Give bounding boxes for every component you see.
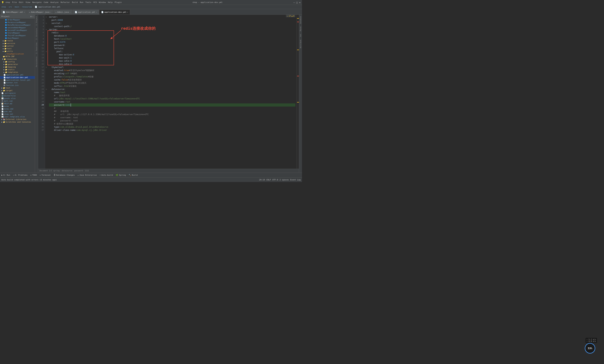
code-editor[interactable]: 1 2 3 4 5 6 7 8 9 10 11 12 13 14 15 16 1…: [38, 15, 299, 169]
close-tab-adminmapper-java[interactable]: ✕: [50, 11, 51, 13]
menu-vcs[interactable]: VCS: [93, 1, 97, 3]
menu-help[interactable]: Help: [108, 1, 113, 3]
tree-item-favicon-ico[interactable]: 🖼 favicon.ico: [0, 84, 35, 87]
tree-item-application-yml[interactable]: 📄 application.yml: [0, 73, 35, 76]
tree-item-goods-xlsx[interactable]: 📊 goods.xlsx: [0, 97, 35, 100]
scroll-down-icon[interactable]: ▼: [293, 15, 294, 17]
tab-application-yml[interactable]: 📄 application.yml ✕: [73, 10, 99, 14]
toolbar-java-enterprise[interactable]: ☕ Java Enterprise: [78, 174, 97, 176]
menu-file[interactable]: File: [12, 1, 17, 3]
breadcrumb-main[interactable]: main: [15, 6, 19, 8]
toolbar-spring[interactable]: 🌿 Spring: [116, 174, 126, 176]
tree-item-permissionmapper[interactable]: 🔷 PermissionMapper: [0, 21, 35, 24]
tree-item-shop-iml[interactable]: 📄 shop.iml: [0, 113, 35, 115]
tree-item-secondaddrmapper[interactable]: 🔷 secondAddrMapper: [0, 26, 35, 29]
menu-window[interactable]: Window: [99, 1, 106, 3]
toolbar-todo[interactable]: ☑ TODO: [30, 174, 37, 176]
maximize-button[interactable]: □: [296, 1, 298, 4]
toolbar-problems[interactable]: ⚠ 6: Problems: [13, 174, 27, 176]
toolbar-terminal[interactable]: ▭ Terminal: [40, 174, 51, 176]
close-tab-application-dev-yml[interactable]: ✕: [127, 11, 128, 13]
tree-item-shopapplication[interactable]: ☕ ShopApplication: [0, 53, 35, 55]
menu-analyze[interactable]: Analyze: [50, 1, 58, 3]
toolbar-build[interactable]: 🔨 Build: [129, 174, 138, 176]
menu-navigate[interactable]: Navigate: [32, 1, 42, 3]
menu-tools[interactable]: Tools: [86, 1, 91, 3]
tree-item-pom-xml[interactable]: 📄 pom.xml: [0, 110, 35, 113]
collapse-icon[interactable]: —: [32, 15, 33, 18]
project-tab[interactable]: 1: Project: [35, 15, 38, 27]
indent[interactable]: 2 spaces: [279, 179, 289, 181]
tree-item-secondclassmapper[interactable]: 🔷 SecondClassMapper: [0, 29, 35, 32]
tree-item-gitignore[interactable]: 📄 .gitignore: [0, 92, 35, 95]
tree-item-usermapper[interactable]: 🔷 UserMapper: [0, 37, 35, 39]
tree-item-mvnw[interactable]: 📄 mvnw: [0, 105, 35, 108]
favorites-tab[interactable]: 2: Favorites: [35, 41, 38, 55]
scroll-up-icon[interactable]: ▲: [291, 15, 293, 17]
menu-run[interactable]: Run: [80, 1, 83, 3]
menu-plugin[interactable]: Plugin: [115, 1, 122, 3]
menu-build[interactable]: Build: [72, 1, 78, 3]
tree-item-storemapper[interactable]: 🔷 StoreMapper: [0, 32, 35, 34]
menu-shop[interactable]: shop: [5, 1, 10, 3]
tree-item-thirdclassmapper[interactable]: 🔷 ThirdClassMapper: [0, 34, 35, 37]
tree-item-banner-txt[interactable]: 📄 banner.txt: [0, 81, 35, 84]
tree-item-ordermapper[interactable]: 🔷 OrderMapper: [0, 19, 35, 21]
tree-item-metainf[interactable]: 📁 META-INF: [0, 55, 35, 58]
menu-view[interactable]: View: [26, 1, 30, 3]
tree-item-application-local-yml[interactable]: 📄 application-local.yml: [0, 79, 35, 81]
project-tree[interactable]: 🔷 OrderMapper 🔷 PermissionMapper 🔷 RoleP…: [0, 19, 35, 172]
tree-item-mall-sql[interactable]: 🗄 mall.sql: [0, 100, 35, 102]
window-controls[interactable]: — □ ✕: [293, 1, 301, 4]
tree-item-target[interactable]: ▶ 📁 target: [0, 89, 35, 92]
ant-tab[interactable]: Ant: [299, 33, 302, 38]
tree-item-static[interactable]: ▶ 📁 static: [0, 68, 35, 71]
tab-application-dev-yml[interactable]: 📄 application-dev.yml ✕: [99, 10, 130, 14]
breadcrumb-resources[interactable]: resources: [22, 6, 32, 8]
code-content[interactable]: redis连接改成你的 server: port: 6888: [48, 15, 297, 169]
wordbook-tab[interactable]: Word Book: [299, 38, 302, 50]
tab-adminmapper-xml[interactable]: 📄 AdminMapper.xml ✕: [1, 10, 27, 14]
structure-tab[interactable]: 2: Structure: [35, 27, 38, 41]
toolbar-database-changes[interactable]: 🗄 Database Changes: [54, 174, 75, 176]
minimize-button[interactable]: —: [293, 1, 295, 4]
breadcrumb-shop[interactable]: shop: [1, 6, 6, 8]
toolbar-auto-build[interactable]: ⚡ Auto-build: [100, 174, 113, 176]
tree-item-mvnw-cmd[interactable]: 📄 mvnw.cmd: [0, 108, 35, 110]
tree-item-config[interactable]: ▶ 📁 config: [0, 61, 35, 63]
tree-item-user-template-xlsx[interactable]: 📊 user_template.xlsx: [0, 115, 35, 118]
menu-refactor[interactable]: Refactor: [61, 1, 70, 3]
tree-item-templates[interactable]: ▶ 📁 templates: [0, 71, 35, 73]
tree-item-test[interactable]: ▶ 📁 test: [0, 47, 35, 50]
event-log[interactable]: Event Log: [290, 179, 301, 181]
close-tab-application-yml[interactable]: ✕: [96, 11, 97, 13]
breadcrumb-file[interactable]: 📄 application-dev.yml: [35, 6, 60, 8]
tree-item-resources[interactable]: ▼ 📁 resources: [0, 58, 35, 61]
tree-item-setter[interactable]: ▶ 📁 setter: [0, 45, 35, 47]
tree-item-generator[interactable]: ▶ 📁 generator: [0, 63, 35, 66]
tree-item-utils[interactable]: ▶ 📁 utils: [0, 50, 35, 53]
close-button[interactable]: ✕: [299, 1, 301, 4]
toolbar-run[interactable]: ▶ 4: Run: [1, 174, 10, 176]
persistence-tab[interactable]: Persistence: [35, 55, 38, 69]
line-ending[interactable]: CRLF: [266, 179, 271, 181]
tree-item-service[interactable]: ▶ 📁 service: [0, 42, 35, 45]
breadcrumb-src[interactable]: src: [9, 6, 12, 8]
close-tab-adminmapper-xml[interactable]: ✕: [24, 11, 25, 13]
tree-item-application-dev-yml[interactable]: 📄 application-dev.yml: [0, 76, 35, 79]
tab-admin-java[interactable]: ☕ Admin.java ✕: [53, 10, 73, 14]
tree-item-external-libraries[interactable]: ▶ 📚 External Libraries: [0, 118, 35, 121]
menu-bar[interactable]: shop File Edit View Navigate Code Analyz…: [5, 1, 122, 3]
tree-item-realm[interactable]: ▶ 📁 realm: [0, 39, 35, 42]
tab-adminmapper-java[interactable]: ☕ AdminMapper.java ✕: [27, 10, 53, 14]
maven-tab[interactable]: Maven: [299, 25, 302, 33]
menu-edit[interactable]: Edit: [19, 1, 24, 3]
tree-item-rolepermissionmapper[interactable]: 🔷 RolePermissionMapper: [0, 24, 35, 26]
charset[interactable]: UTF-8: [272, 179, 278, 181]
close-tab-admin-java[interactable]: ✕: [70, 11, 71, 13]
settings-icon[interactable]: ⚙: [30, 15, 32, 18]
tree-item-dockerfile[interactable]: 🐳 Dockerfile: [0, 95, 35, 97]
tree-item-help-md[interactable]: 📝 HELP.md: [0, 102, 35, 105]
tree-item-scratches[interactable]: ▶ 📁 Scratches and Consoles: [0, 121, 35, 123]
tree-item-test2[interactable]: ▶ 📁 test: [0, 87, 35, 89]
